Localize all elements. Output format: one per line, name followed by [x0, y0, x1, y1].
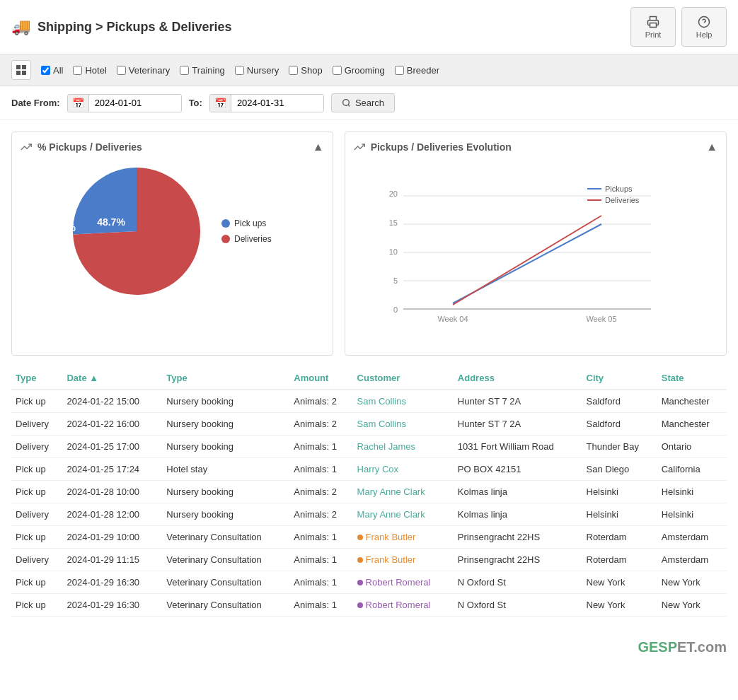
page-title: Shipping > Pickups & Deliveries [38, 20, 232, 35]
filter-grooming[interactable]: Grooming [333, 65, 385, 76]
filter-bar: All Hotel Veterinary Training Nursery Sh… [0, 54, 738, 86]
pie-chart-title: % Pickups / Deliveries [38, 141, 142, 153]
filter-hotel[interactable]: Hotel [73, 65, 106, 76]
pie-chart-collapse-btn[interactable]: ▲ [313, 141, 324, 153]
cell-address: Hunter ST 7 2A [454, 413, 582, 436]
cell-date: 2024-01-22 16:00 [62, 413, 162, 436]
cell-address: N Oxford St [454, 594, 582, 617]
svg-text:15: 15 [388, 218, 397, 227]
cell-city: Roterdam [582, 549, 657, 571]
print-icon [647, 16, 659, 28]
cell-state: Ontario [657, 436, 727, 458]
filter-nursery-checkbox[interactable] [235, 66, 244, 75]
cell-amount: Animals: 1 [289, 458, 352, 481]
cell-customer[interactable]: Rachel James [353, 436, 454, 458]
customer-link[interactable]: Mary Anne Clark [357, 509, 425, 520]
date-from-input[interactable] [89, 95, 181, 111]
cell-type1: Pick up [11, 481, 62, 503]
filter-veterinary-checkbox[interactable] [117, 66, 126, 75]
cell-state: New York [657, 571, 727, 594]
cell-state: Manchester [657, 413, 727, 436]
cell-customer[interactable]: Sam Collins [353, 390, 454, 413]
cell-type2: Veterinary Consultation [162, 526, 289, 549]
cell-amount: Animals: 2 [289, 481, 352, 503]
pie-chart-title-area: % Pickups / Deliveries [21, 141, 142, 153]
filter-all-checkbox[interactable] [41, 66, 50, 75]
brand-text2: ET.com [677, 639, 727, 655]
cell-customer[interactable]: Frank Butler [353, 549, 454, 571]
filter-all[interactable]: All [41, 65, 63, 76]
help-button[interactable]: Help [681, 7, 727, 47]
line-chart-collapse-btn[interactable]: ▲ [706, 141, 717, 153]
cell-state: New York [657, 594, 727, 617]
filter-breeder[interactable]: Breeder [395, 65, 439, 76]
cell-type2: Nursery booking [162, 481, 289, 503]
cell-customer[interactable]: Robert Romeral [353, 571, 454, 594]
cell-type2: Nursery booking [162, 436, 289, 458]
help-icon [698, 16, 710, 28]
customer-link[interactable]: Frank Butler [357, 532, 416, 542]
cell-address: Kolmas linja [454, 481, 582, 503]
customer-link[interactable]: Sam Collins [357, 419, 406, 429]
filter-training[interactable]: Training [180, 65, 224, 76]
cell-city: Saldford [582, 413, 657, 436]
customer-link[interactable]: Rachel James [357, 441, 415, 452]
filter-training-checkbox[interactable] [180, 66, 189, 75]
cell-type1: Pick up [11, 390, 62, 413]
customer-link[interactable]: Frank Butler [357, 554, 416, 565]
table-row: Delivery 2024-01-29 11:15 Veterinary Con… [11, 549, 727, 571]
cell-amount: Animals: 2 [289, 390, 352, 413]
customer-dot-purple [357, 602, 363, 608]
cell-customer[interactable]: Mary Anne Clark [353, 503, 454, 526]
cell-address: Kolmas linja [454, 503, 582, 526]
customer-link[interactable]: Mary Anne Clark [357, 486, 425, 497]
col-city: City [582, 367, 657, 390]
search-button[interactable]: Search [331, 93, 395, 112]
cell-date: 2024-01-25 17:24 [62, 458, 162, 481]
grid-icon [16, 65, 26, 75]
filter-hotel-checkbox[interactable] [73, 66, 82, 75]
cell-customer[interactable]: Harry Cox [353, 458, 454, 481]
header: 🚚 Shipping > Pickups & Deliveries Print … [0, 0, 738, 54]
cell-amount: Animals: 2 [289, 503, 352, 526]
customer-link[interactable]: Robert Romeral [357, 600, 431, 610]
customer-link[interactable]: Sam Collins [357, 396, 406, 407]
cell-date: 2024-01-29 10:00 [62, 526, 162, 549]
svg-text:Week 05: Week 05 [586, 315, 616, 323]
customer-link[interactable]: Harry Cox [357, 464, 399, 474]
print-button[interactable]: Print [630, 7, 676, 47]
cell-type1: Pick up [11, 571, 62, 594]
col-address: Address [454, 367, 582, 390]
customer-dot-orange [357, 535, 363, 540]
cell-state: Helsinki [657, 481, 727, 503]
table-row: Pick up 2024-01-29 10:00 Veterinary Cons… [11, 526, 727, 549]
customer-link[interactable]: Robert Romeral [357, 577, 431, 588]
filter-nursery[interactable]: Nursery [235, 65, 279, 76]
filter-veterinary[interactable]: Veterinary [117, 65, 171, 76]
cell-type1: Pick up [11, 458, 62, 481]
date-to-input[interactable] [231, 95, 323, 111]
cell-city: Saldford [582, 390, 657, 413]
filter-grooming-checkbox[interactable] [333, 66, 342, 75]
cell-customer[interactable]: Sam Collins [353, 413, 454, 436]
cell-customer[interactable]: Mary Anne Clark [353, 481, 454, 503]
grid-view-button[interactable] [11, 60, 31, 80]
cell-customer[interactable]: Frank Butler [353, 526, 454, 549]
header-left: 🚚 Shipping > Pickups & Deliveries [11, 18, 232, 36]
filter-shop[interactable]: Shop [289, 65, 322, 76]
filter-breeder-checkbox[interactable] [395, 66, 404, 75]
cell-date: 2024-01-28 10:00 [62, 481, 162, 503]
cell-address: Prinsengracht 22HS [454, 526, 582, 549]
cell-type1: Delivery [11, 549, 62, 571]
cell-date: 2024-01-29 16:30 [62, 571, 162, 594]
cell-city: Helsinki [582, 503, 657, 526]
col-date[interactable]: Date ▲ [62, 367, 162, 390]
cell-city: Helsinki [582, 481, 657, 503]
cell-amount: Animals: 1 [289, 571, 352, 594]
cell-city: San Diego [582, 458, 657, 481]
legend-delivery-dot [221, 235, 230, 243]
cell-customer[interactable]: Robert Romeral [353, 594, 454, 617]
filter-shop-checkbox[interactable] [289, 66, 298, 75]
pie-chart-area: 51.3% 48.7% Pick ups Deliveries [21, 161, 324, 302]
cell-city: New York [582, 571, 657, 594]
